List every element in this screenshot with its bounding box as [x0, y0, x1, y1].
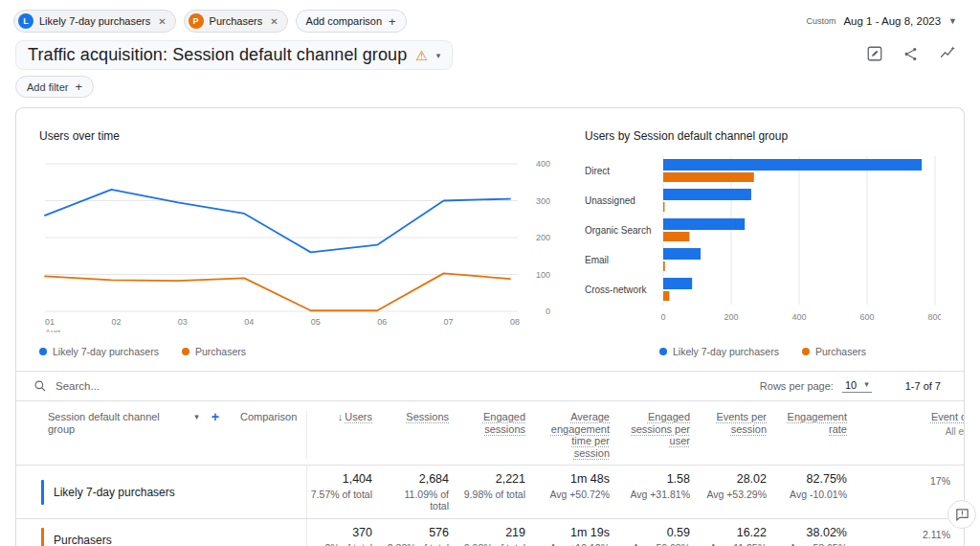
metric-cell: 0.59Avg -50.68% — [621, 519, 702, 546]
legend-label: Likely 7-day purchasers — [673, 346, 779, 357]
page-title: Traffic acquisition: Session default cha… — [28, 45, 407, 65]
svg-text:300: 300 — [536, 196, 550, 206]
metric-value: 1m 48s — [537, 472, 610, 486]
svg-text:0: 0 — [660, 312, 665, 322]
metric-value: 82.75% — [778, 472, 847, 486]
report-title-dropdown[interactable]: Traffic acquisition: Session default cha… — [15, 40, 453, 70]
charts-row: Users over time 010020030040001Aug020304… — [16, 108, 964, 371]
dimension-header-label: Session default channel group — [48, 411, 188, 435]
svg-text:600: 600 — [859, 312, 874, 322]
legend-item: Purchasers — [802, 346, 866, 357]
add-filter-button[interactable]: Add filter + — [15, 76, 94, 98]
table-row[interactable]: Purchasers3702% of total5762.38% of tota… — [16, 518, 964, 546]
legend-label: Purchasers — [815, 346, 866, 357]
column-header-sessions[interactable]: Sessions — [384, 411, 460, 459]
metric-cell: 2,2219.98% of total — [460, 466, 537, 518]
close-icon[interactable]: ✕ — [158, 16, 166, 27]
metric-subtext: 11.09% of total — [384, 489, 449, 512]
rows-per-page-select[interactable]: 10 ▾ — [842, 379, 872, 393]
svg-text:06: 06 — [377, 317, 387, 327]
add-comparison-button[interactable]: Add comparison + — [296, 10, 407, 33]
chevron-down-icon: ▾ — [436, 51, 441, 60]
add-dimension-icon[interactable]: + — [212, 411, 219, 423]
comparison-header-label: Comparison — [240, 411, 297, 422]
add-comparison-label: Add comparison — [306, 15, 383, 27]
svg-text:200: 200 — [536, 233, 550, 242]
column-header-engaged-sessions-per-user[interactable]: Engaged sessions per user — [621, 411, 702, 459]
comparison-chip-label: Purchasers — [210, 15, 263, 27]
close-icon[interactable]: ✕ — [270, 16, 278, 27]
metric-subtext: Avg -11.25% — [702, 542, 767, 546]
date-range-picker[interactable]: Custom Aug 1 - Aug 8, 2023 ▼ — [806, 15, 957, 27]
column-label: Engagement rate — [788, 411, 847, 435]
svg-text:200: 200 — [724, 312, 738, 322]
users-over-time-chart: Users over time 010020030040001Aug020304… — [39, 129, 561, 357]
insights-button[interactable] — [938, 45, 957, 65]
table-header-row: Session default channel group ▾ + Compar… — [16, 400, 964, 465]
metric-cell: 5762.38% of total — [384, 519, 460, 546]
svg-text:08: 08 — [510, 317, 520, 327]
warning-icon: ⚠ — [415, 49, 428, 62]
insights-icon — [938, 45, 957, 65]
column-label: Engaged sessions — [483, 411, 525, 435]
legend-item: Purchasers — [182, 346, 246, 357]
legend-dot-orange — [182, 348, 189, 355]
column-header-users[interactable]: ↓Users — [307, 411, 384, 459]
svg-text:0: 0 — [546, 307, 550, 316]
column-header-avg-engagement-time[interactable]: Average engagement time per session — [537, 411, 621, 459]
search-input[interactable] — [56, 380, 266, 392]
comparison-chip-likely-purchasers[interactable]: L Likely 7-day purchasers ✕ — [13, 10, 176, 33]
metric-value: 38.02% — [778, 526, 847, 539]
column-label: Events per session — [716, 411, 767, 435]
share-report-button[interactable] — [902, 46, 919, 65]
search-icon — [33, 379, 47, 393]
svg-text:03: 03 — [178, 317, 188, 327]
comparison-accent-bar — [41, 480, 44, 505]
metric-cell: 82.75%Avg -10.01% — [778, 466, 858, 518]
column-header-event-count[interactable]: Event count All events — [858, 411, 965, 459]
feedback-button[interactable] — [947, 500, 976, 529]
report-card: Users over time 010020030040001Aug020304… — [15, 107, 965, 546]
column-header-engaged-sessions[interactable]: Engaged sessions — [460, 411, 537, 459]
column-header-channel-group[interactable]: Session default channel group ▾ + — [16, 411, 231, 459]
svg-text:400: 400 — [536, 159, 550, 169]
metric-subtext: 9.98% of total — [460, 489, 525, 500]
svg-text:04: 04 — [244, 317, 254, 327]
chevron-down-icon: ▾ — [194, 411, 199, 423]
chevron-down-icon: ▾ — [864, 379, 869, 391]
metric-value: 28.02 — [702, 472, 767, 486]
comparison-chip-purchasers[interactable]: P Purchasers ✕ — [184, 10, 288, 33]
pagination-status: 1-7 of 7 — [905, 380, 941, 392]
metric-value: 16.22 — [702, 526, 767, 539]
column-header-events-per-session[interactable]: Events per session — [702, 411, 778, 459]
metric-subtext: 2.11% — [858, 529, 950, 540]
table-row[interactable]: Likely 7-day purchasers1,4047.57% of tot… — [16, 465, 964, 518]
plus-icon: + — [389, 14, 396, 29]
table-body: Likely 7-day purchasers1,4047.57% of tot… — [16, 465, 964, 546]
svg-text:Unassigned: Unassigned — [585, 195, 635, 206]
metric-subtext: 7.57% of total — [307, 489, 372, 500]
row-label: Purchasers — [54, 534, 112, 546]
users-by-channel-chart: Users by Session default channel group 0… — [585, 129, 941, 357]
svg-text:01Aug: 01Aug — [45, 317, 60, 332]
column-header-engagement-rate[interactable]: Engagement rate — [778, 411, 858, 459]
metric-value: 1.58 — [621, 472, 690, 486]
metric-subtext: Avg -58.65% — [778, 542, 847, 546]
edit-report-button[interactable] — [866, 45, 883, 65]
column-label: Average engagement time per session — [551, 411, 610, 459]
metric-subtext: 17% — [858, 475, 950, 487]
column-sublabel: All events — [858, 426, 965, 439]
chevron-down-icon: ▼ — [948, 16, 957, 26]
metric-value: 2,221 — [460, 472, 525, 486]
svg-text:Organic Search: Organic Search — [585, 225, 651, 236]
svg-text:800: 800 — [927, 312, 941, 322]
comparison-avatar: L — [18, 13, 33, 29]
metric-cell: 1,4047.57% of total — [307, 466, 384, 518]
metric-subtext: Avg +53.29% — [702, 489, 767, 500]
metric-value: 0.59 — [621, 526, 690, 539]
title-row: Traffic acquisition: Session default cha… — [0, 38, 980, 72]
comparison-chip-label: Likely 7-day purchasers — [39, 15, 150, 27]
svg-text:100: 100 — [536, 270, 550, 280]
metric-value: 2,684 — [384, 472, 449, 486]
svg-text:Direct: Direct — [585, 166, 610, 176]
